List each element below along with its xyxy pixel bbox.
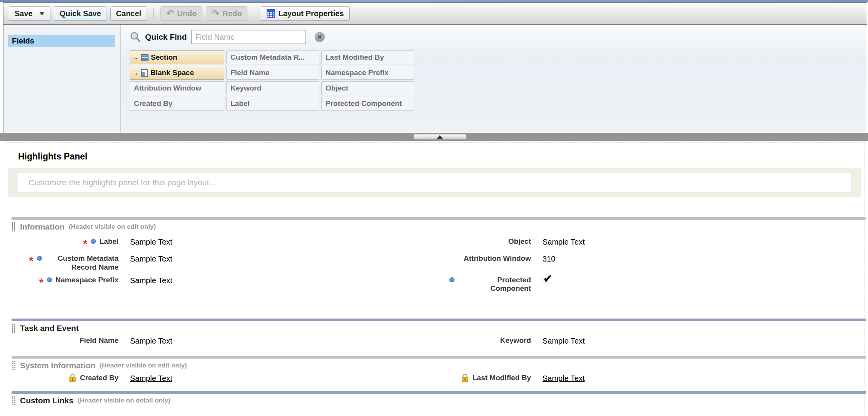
sidebar-item-fields[interactable]: Fields: [8, 35, 115, 47]
redo-label: Redo: [222, 9, 242, 18]
palette-item-label: Section: [151, 53, 177, 62]
toolbar-divider: [154, 8, 154, 19]
field-row: Field Name Sample Text Keyword Sample Te…: [12, 336, 866, 346]
quick-find-input[interactable]: [191, 30, 306, 44]
field-keyword[interactable]: Keyword Sample Text: [422, 336, 866, 346]
drag-handle-icon[interactable]: [12, 361, 16, 370]
drag-arrow-icon: [132, 53, 139, 62]
section-title: System Information: [20, 361, 95, 370]
section-custom-links-header[interactable]: Custom Links (Header visible on detail o…: [12, 396, 866, 406]
palette-splitter-bar[interactable]: [0, 133, 868, 141]
field-row: Label Sample Text Object Sample Text: [12, 237, 866, 250]
section-title: Task and Event: [20, 324, 79, 333]
section-information: Information (Header visible on edit only…: [12, 217, 866, 319]
redo-icon: [212, 8, 219, 19]
field-name: Attribution Window: [464, 254, 531, 263]
field-value-link[interactable]: Sample Text: [130, 374, 172, 383]
collapse-palette-button[interactable]: [413, 134, 466, 140]
palette-item-namespace-prefix[interactable]: Namespace Prefix: [321, 66, 414, 80]
field-field-name[interactable]: Field Name Sample Text: [12, 336, 422, 346]
field-protected-component[interactable]: Protected Component: [422, 276, 866, 294]
toolbar-divider: [254, 8, 254, 19]
section-top-bar: [12, 391, 866, 394]
save-button[interactable]: Save: [9, 6, 50, 21]
field-custom-metadata-record-name[interactable]: Custom Metadata Record Name Sample Text: [12, 254, 422, 272]
palette-item-label: Namespace Prefix: [326, 69, 389, 77]
clear-search-icon[interactable]: [315, 32, 325, 42]
drag-handle-icon[interactable]: [12, 324, 16, 333]
field-dot-icon: [47, 277, 52, 282]
layout-properties-icon: [267, 9, 275, 18]
field-label[interactable]: Label Sample Text: [12, 237, 422, 250]
search-icon: [130, 31, 141, 43]
section-spacer: [12, 383, 866, 391]
section-title: Information: [20, 222, 65, 231]
field-attribution-window[interactable]: Attribution Window 310: [422, 254, 866, 272]
palette-item-field-name[interactable]: Field Name: [226, 66, 319, 80]
drag-handle-icon[interactable]: [12, 222, 16, 231]
field-object[interactable]: Object Sample Text: [422, 237, 866, 250]
required-asterisk-icon: [29, 255, 33, 267]
palette-item-label: Attribution Window: [134, 84, 201, 92]
highlights-panel-customize-area[interactable]: Customize the highlights panel for this …: [18, 173, 851, 192]
palette-item-label: Label: [230, 99, 250, 108]
palette-item-custom-metadata-record[interactable]: Custom Metadata R...: [226, 50, 319, 64]
palette-item-attribution-window[interactable]: Attribution Window: [130, 81, 224, 95]
field-row: Created By Sample Text Last Modified By: [12, 374, 866, 383]
palette-item-keyword[interactable]: Keyword: [226, 81, 319, 95]
field-name: Created By: [80, 374, 119, 382]
field-name: Last Modified By: [472, 374, 531, 382]
palette-item-label-field[interactable]: Label: [226, 97, 319, 111]
section-top-bar: [12, 217, 866, 220]
category-sidebar: Fields: [3, 25, 121, 133]
palette-item-object[interactable]: Object: [321, 81, 414, 95]
layout-properties-button[interactable]: Layout Properties: [261, 6, 349, 21]
lock-icon: [68, 373, 77, 382]
save-button-label: Save: [15, 9, 33, 18]
palette-item-label: Created By: [134, 99, 172, 108]
undo-label: Undo: [177, 9, 197, 18]
field-created-by[interactable]: Created By Sample Text: [12, 374, 422, 383]
palette-item-label: Object: [326, 84, 348, 92]
collapse-arrow-icon: [437, 135, 443, 139]
field-value: Sample Text: [542, 336, 585, 346]
section-system-information-header[interactable]: System Information (Header visible on ed…: [12, 361, 866, 371]
field-last-modified-by[interactable]: Last Modified By Sample Text: [422, 374, 866, 383]
save-dropdown-caret-icon[interactable]: [39, 12, 45, 15]
field-value-link[interactable]: Sample Text: [542, 374, 585, 383]
highlights-panel-title: Highlights Panel: [18, 151, 868, 162]
field-name: Field Name: [80, 336, 119, 345]
quick-find-label: Quick Find: [145, 32, 187, 42]
quick-save-button[interactable]: Quick Save: [54, 6, 107, 21]
section-task-and-event-header[interactable]: Task and Event: [12, 323, 866, 333]
palette-item-last-modified-by[interactable]: Last Modified By: [321, 50, 414, 64]
field-dot-icon: [91, 239, 96, 244]
palette-item-label: Blank Space: [150, 69, 194, 77]
section-task-and-event: Task and Event Field Name Sample Text Ke…: [12, 319, 866, 356]
palette-item-created-by[interactable]: Created By: [130, 97, 224, 111]
drag-handle-icon[interactable]: [12, 396, 16, 405]
field-name: Object: [508, 237, 531, 246]
cancel-button[interactable]: Cancel: [110, 6, 147, 21]
field-name: Namespace Prefix: [55, 276, 119, 285]
section-top-bar: [12, 356, 866, 359]
sidebar-item-fields-label: Fields: [12, 37, 34, 45]
palette-grid: Section Custom Metadata R... Last Modifi…: [130, 50, 415, 111]
palette-item-label: Keyword: [230, 84, 261, 92]
section-spacer: [12, 346, 866, 356]
redo-button: Redo: [206, 6, 247, 21]
field-name: Protected Component: [458, 276, 531, 294]
palette-item-blank-space[interactable]: Blank Space: [130, 66, 224, 80]
cancel-label: Cancel: [116, 9, 142, 18]
layout-canvas: Highlights Panel Customize the highlight…: [0, 141, 868, 416]
palette-item-section[interactable]: Section: [130, 50, 224, 64]
protected-component-checkbox[interactable]: [542, 276, 550, 283]
section-system-information: System Information (Header visible on ed…: [12, 356, 866, 391]
drag-arrow-icon: [132, 69, 139, 77]
quick-find-row: Quick Find: [130, 29, 867, 45]
section-visibility-note: (Header visible on edit only): [69, 223, 156, 231]
section-information-header[interactable]: Information (Header visible on edit only…: [12, 222, 866, 232]
field-namespace-prefix[interactable]: Namespace Prefix Sample Text: [12, 276, 422, 294]
palette-item-protected-component[interactable]: Protected Component: [321, 97, 414, 111]
field-value: 310: [542, 254, 555, 263]
